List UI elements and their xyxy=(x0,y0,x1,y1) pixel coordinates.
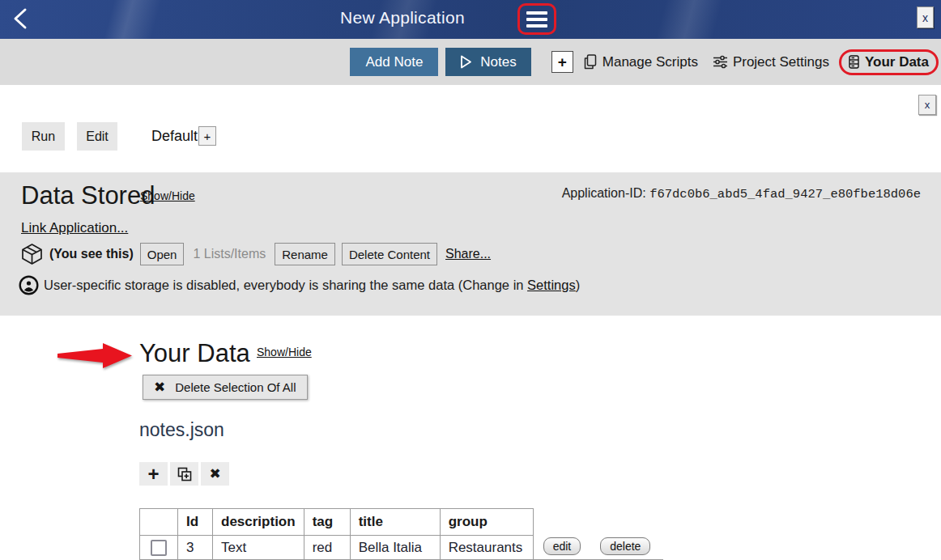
edit-cell: edit xyxy=(533,536,587,560)
header-checkbox-col xyxy=(140,509,178,536)
application-id-value: f67dc0b6_abd5_4fad_9427_e80fbe18d06e xyxy=(649,187,921,202)
row-edit-button[interactable]: edit xyxy=(543,537,581,555)
header-id: Id xyxy=(178,509,213,536)
settings-link[interactable]: Settings xyxy=(527,278,576,292)
app-window: New Application x Add Note Notes + xyxy=(0,0,941,560)
delete-content-button[interactable]: Delete Content xyxy=(342,243,437,265)
project-settings-label: Project Settings xyxy=(733,54,829,70)
visibility-row: (You see this) Open 1 Lists/Items Rename… xyxy=(21,242,491,266)
edit-button[interactable]: Edit xyxy=(77,122,117,151)
back-button[interactable] xyxy=(10,7,31,32)
x-icon: ✖ xyxy=(154,379,165,396)
delete-selection-label: Delete Selection Of All xyxy=(175,380,296,394)
package-cube-icon xyxy=(21,243,43,265)
header-title: title xyxy=(350,509,440,536)
table-row: 3 Text red Bella Italia Restaurants edit… xyxy=(140,536,664,560)
add-profile-button[interactable]: + xyxy=(198,126,216,146)
chevron-left-icon xyxy=(11,7,29,30)
row-checkbox-cell xyxy=(140,536,178,560)
share-link[interactable]: Share... xyxy=(445,247,491,261)
cell-title: Bella Italia xyxy=(350,536,440,560)
annotation-box-hamburger xyxy=(517,3,556,35)
storage-notice-text: User-specific storage is disabled, every… xyxy=(44,278,580,293)
delete-selection-button[interactable]: ✖ Delete Selection Of All xyxy=(143,375,308,400)
your-data-section-title: Your Data xyxy=(139,339,250,368)
panel-close-button[interactable]: x xyxy=(918,95,936,115)
toolbar-add-button[interactable]: + xyxy=(551,51,573,73)
app-title: New Application xyxy=(340,8,465,28)
hamburger-icon xyxy=(526,24,547,28)
cell-description: Text xyxy=(213,536,304,560)
your-data-label: Your Data xyxy=(865,54,929,70)
table-header-row: Id description tag title group xyxy=(140,509,664,536)
hamburger-icon xyxy=(526,18,547,21)
data-table: Id description tag title group 3 Text re… xyxy=(139,508,663,560)
header-group: group xyxy=(440,509,533,536)
play-icon xyxy=(460,55,472,69)
your-data-button[interactable]: Your Data xyxy=(849,54,929,70)
data-stored-title: Data Stored xyxy=(21,181,155,210)
data-stored-section: Data Stored Show/Hide Application-ID: f6… xyxy=(0,172,941,316)
cell-id: 3 xyxy=(178,536,213,560)
project-settings-button[interactable]: Project Settings xyxy=(713,54,829,70)
user-icon xyxy=(19,275,39,295)
manage-scripts-label: Manage Scripts xyxy=(602,54,698,70)
link-application-link[interactable]: Link Application... xyxy=(21,220,128,236)
pages-icon xyxy=(584,54,597,70)
row-delete-button[interactable]: delete xyxy=(600,537,650,555)
title-bar: New Application x xyxy=(0,0,941,39)
your-data-show-hide-link[interactable]: Show/Hide xyxy=(257,346,312,358)
cell-group: Restaurants xyxy=(440,536,533,560)
add-note-button[interactable]: Add Note xyxy=(350,48,438,76)
sliders-icon xyxy=(713,55,727,69)
database-icon xyxy=(849,55,859,69)
delete-cell: delete xyxy=(587,536,663,560)
row-checkbox[interactable] xyxy=(151,540,167,556)
hamburger-icon xyxy=(526,11,547,15)
data-stored-show-hide-link[interactable]: Show/Hide xyxy=(140,189,195,202)
delete-row-button[interactable]: ✖ xyxy=(201,462,229,486)
rename-button[interactable]: Rename xyxy=(275,243,335,265)
header-description: description xyxy=(213,509,304,536)
storage-notice: User-specific storage is disabled, every… xyxy=(19,275,580,295)
annotation-arrow xyxy=(57,342,133,369)
duplicate-icon xyxy=(177,467,192,482)
application-id-label: Application-ID: xyxy=(562,186,650,200)
manage-scripts-button[interactable]: Manage Scripts xyxy=(584,54,698,70)
window-close-button[interactable]: x xyxy=(917,6,934,28)
application-id: Application-ID: f67dc0b6_abd5_4fad_9427_… xyxy=(562,186,921,202)
toolbar: Add Note Notes + Manage Scripts xyxy=(0,39,941,85)
annotation-box-your-data: Your Data xyxy=(839,49,939,75)
open-button[interactable]: Open xyxy=(140,243,185,265)
collection-toolbar: + ✖ xyxy=(139,462,229,486)
profile-label: Default xyxy=(151,128,198,145)
header-tag: tag xyxy=(304,509,350,536)
duplicate-row-button[interactable] xyxy=(170,462,198,486)
notes-button[interactable]: Notes xyxy=(445,48,530,76)
notes-button-label: Notes xyxy=(480,54,516,70)
cell-tag: red xyxy=(304,536,350,560)
hamburger-menu-button[interactable] xyxy=(522,8,551,30)
visibility-label: (You see this) xyxy=(49,247,134,261)
lists-items-count: 1 Lists/Items xyxy=(193,247,266,261)
run-button[interactable]: Run xyxy=(22,122,65,151)
collection-name: notes.json xyxy=(139,419,224,441)
add-row-button[interactable]: + xyxy=(139,462,168,486)
